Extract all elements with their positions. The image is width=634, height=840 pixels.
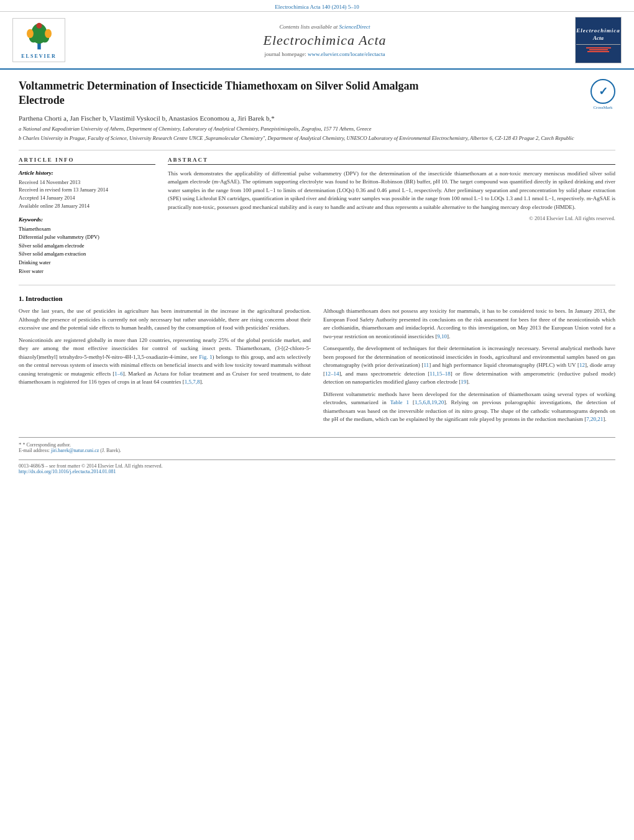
doi-line[interactable]: http://dx.doi.org/10.1016/j.electacta.20…: [19, 469, 615, 474]
intro-columns: Over the last years, the use of pesticid…: [19, 307, 615, 428]
issn-line: 0013-4686/$ – see front matter © 2014 El…: [19, 463, 615, 469]
ref-15689[interactable]: 1,5,6,8,19,20: [415, 399, 444, 405]
body-divider: [19, 285, 615, 285]
keywords-label: Keywords:: [19, 216, 155, 223]
journal-center: Contents lists available at ScienceDirec…: [75, 24, 575, 57]
fig1-ref[interactable]: Fig. 1: [199, 354, 212, 360]
elsevier-label: ELSEVIER: [21, 53, 56, 59]
keyword-1: Thiamethoxam: [19, 225, 155, 234]
intro-para-4: Consequently, the development of techniq…: [323, 344, 615, 387]
revised-date: Received in revised form 13 January 2014: [19, 186, 155, 194]
abstract-label: ABSTRACT: [168, 157, 615, 165]
article-history: Article history: Received 14 November 20…: [19, 170, 155, 210]
intro-para-3: Although thiamethoxam does not possess a…: [323, 307, 615, 341]
journal-logo-box: Electrochimica Acta: [575, 17, 622, 63]
ref-11-15-18[interactable]: 11,15–18: [430, 371, 450, 377]
received-date: Received 14 November 2013: [19, 178, 155, 187]
available-date: Available online 28 January 2014: [19, 202, 155, 210]
keyword-2: Differential pulse voltammetry (DPV): [19, 233, 155, 242]
svg-point-5: [45, 29, 52, 39]
article-content: Voltammetric Determination of Insecticid…: [0, 70, 634, 484]
corresponding-author-note: * * Corresponding author.: [19, 441, 615, 448]
ref-7-20-21[interactable]: 7,20,21: [586, 416, 603, 422]
article-title: Voltammetric Determination of Insecticid…: [19, 79, 441, 108]
authors-line: Parthena Chorti a, Jan Fischer b, Vlasti…: [19, 114, 615, 122]
intro-para-2: Neonicotinoids are registered globally i…: [19, 336, 311, 387]
svg-point-4: [27, 29, 34, 39]
intro-heading: 1. Introduction: [19, 295, 615, 302]
affiliations: a National and Kapodistrian University o…: [19, 126, 615, 142]
title-row: Voltammetric Determination of Insecticid…: [19, 79, 615, 114]
journal-homepage: journal homepage: www.elsevier.com/locat…: [75, 51, 575, 57]
affiliation-a: a National and Kapodistrian University o…: [19, 126, 615, 133]
keyword-5: Drinking water: [19, 259, 155, 267]
elsevier-logo-box: ELSEVIER: [12, 18, 65, 62]
intro-para-1: Over the last years, the use of pesticid…: [19, 307, 311, 333]
ref-9-10[interactable]: 9,10: [437, 333, 447, 339]
intro-col-right: Although thiamethoxam does not possess a…: [323, 307, 615, 428]
keyword-3: Silver solid amalgam electrode: [19, 242, 155, 251]
article-info-label: ARTICLE INFO: [19, 157, 155, 165]
abstract-column: ABSTRACT This work demonstrates the appl…: [168, 157, 615, 276]
journal-citation-bar: Electrochimica Acta 140 (2014) 5–10: [0, 0, 634, 12]
corresponding-label: * Corresponding author.: [23, 442, 71, 448]
section-divider: [19, 150, 615, 150]
table1-ref[interactable]: Table 1: [390, 399, 409, 405]
intro-para-5: Different voltammetric methods have been…: [323, 390, 615, 424]
email-note: E-mail address: jiri.barek@natur.cuni.cz…: [19, 448, 615, 453]
svg-point-6: [36, 23, 42, 29]
crossmark-icon: ✓: [590, 79, 615, 104]
abstract-text: This work demonstrates the applicability…: [168, 170, 615, 212]
crossmark-logo: ✓ CrossMark: [590, 79, 615, 110]
ref-19[interactable]: 19: [461, 379, 466, 385]
issn-section: 0013-4686/$ – see front matter © 2014 El…: [19, 459, 615, 474]
introduction-section: 1. Introduction Over the last years, the…: [19, 295, 615, 428]
sciencedirect-link[interactable]: ScienceDirect: [339, 24, 370, 30]
keyword-4: Silver solid amalgam extraction: [19, 250, 155, 259]
journal-header: ELSEVIER Contents lists available at Sci…: [0, 12, 634, 70]
ref-1-6[interactable]: 1–6: [114, 371, 123, 377]
author-email[interactable]: jiri.barek@natur.cuni.cz: [51, 448, 99, 453]
accepted-date: Accepted 14 January 2014: [19, 194, 155, 202]
asterisk-icon: *: [19, 441, 22, 448]
footnotes: * * Corresponding author. E-mail address…: [19, 437, 615, 474]
homepage-url[interactable]: www.elsevier.com/locate/electacta: [308, 51, 385, 57]
journal-citation: Electrochimica Acta 140 (2014) 5–10: [275, 4, 359, 10]
ref-12[interactable]: 12: [579, 362, 585, 368]
ref-1578[interactable]: 1,5,7,8: [185, 379, 200, 385]
copyright-text: © 2014 Elsevier Ltd. All rights reserved…: [168, 215, 615, 221]
history-label: Article history:: [19, 170, 155, 176]
elsevier-tree-icon: [21, 21, 58, 52]
keywords-section: Keywords: Thiamethoxam Differential puls…: [19, 216, 155, 276]
info-abstract-section: ARTICLE INFO Article history: Received 1…: [19, 157, 615, 276]
ref-11[interactable]: 11: [423, 362, 429, 368]
intro-col-left: Over the last years, the use of pesticid…: [19, 307, 311, 428]
contents-available-text: Contents lists available at ScienceDirec…: [75, 24, 575, 30]
ref-12-14[interactable]: 12–14: [325, 371, 339, 377]
article-info-column: ARTICLE INFO Article history: Received 1…: [19, 157, 155, 276]
affiliation-b: b Charles University in Prague, Faculty …: [19, 135, 615, 142]
journal-name: Electrochimica Acta: [75, 32, 575, 48]
keyword-6: River water: [19, 267, 155, 276]
